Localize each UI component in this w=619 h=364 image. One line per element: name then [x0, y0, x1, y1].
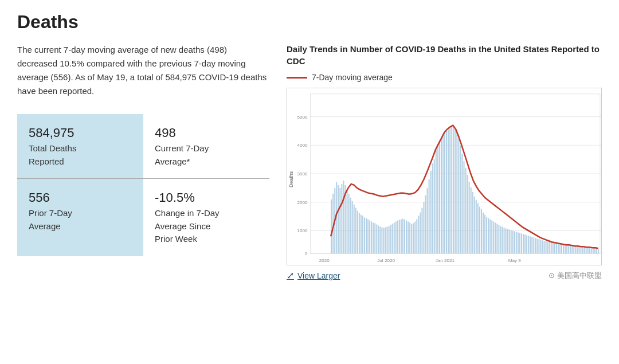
svg-rect-46: [378, 225, 379, 253]
svg-rect-88: [451, 127, 452, 254]
svg-rect-116: [500, 226, 501, 253]
svg-rect-101: [474, 197, 475, 253]
svg-rect-40: [367, 220, 369, 254]
svg-text:3000: 3000: [297, 171, 308, 177]
svg-rect-31: [352, 201, 353, 253]
svg-rect-151: [561, 244, 562, 253]
stat-cell-prior-avg: 556 Prior 7-DayAverage: [17, 179, 143, 256]
svg-rect-47: [379, 226, 381, 253]
svg-rect-113: [495, 222, 496, 253]
svg-rect-90: [455, 128, 456, 254]
svg-rect-170: [594, 248, 596, 253]
total-deaths-label: Total DeathsReported: [29, 143, 76, 166]
svg-rect-94: [461, 154, 463, 253]
svg-rect-25: [341, 184, 342, 253]
svg-rect-122: [511, 230, 512, 253]
svg-rect-56: [395, 221, 397, 253]
svg-rect-55: [394, 222, 395, 253]
svg-rect-62: [406, 221, 407, 254]
svg-rect-119: [506, 228, 507, 253]
svg-text:1000: 1000: [297, 228, 308, 233]
svg-rect-26: [343, 181, 344, 253]
svg-rect-82: [441, 138, 442, 253]
svg-rect-143: [547, 241, 549, 253]
svg-rect-160: [577, 246, 578, 253]
stat-cell-current-avg: 498 Current 7-DayAverage*: [143, 114, 269, 178]
svg-rect-100: [472, 192, 473, 253]
change-number: -10.5%: [155, 188, 258, 207]
svg-rect-98: [469, 182, 470, 253]
change-label: Change in 7-DayAverage SincePrior Week: [155, 208, 220, 244]
svg-rect-99: [471, 187, 472, 253]
svg-rect-45: [376, 224, 377, 253]
svg-rect-19: [331, 199, 332, 253]
svg-rect-110: [489, 220, 491, 254]
svg-rect-23: [338, 185, 339, 253]
svg-rect-44: [374, 223, 375, 253]
svg-rect-70: [420, 213, 421, 254]
svg-rect-127: [519, 233, 520, 253]
svg-rect-165: [586, 248, 587, 253]
svg-rect-117: [502, 226, 503, 253]
svg-rect-28: [347, 190, 348, 253]
view-larger-button[interactable]: ⤢ View Larger: [287, 270, 340, 281]
svg-rect-96: [465, 168, 467, 253]
svg-rect-92: [458, 138, 459, 253]
svg-rect-134: [531, 237, 532, 253]
svg-rect-32: [354, 205, 355, 253]
watermark-text: 美国高中联盟: [557, 271, 602, 281]
svg-rect-137: [536, 238, 538, 253]
svg-rect-163: [582, 247, 583, 253]
svg-rect-81: [439, 140, 440, 253]
svg-rect-159: [575, 246, 576, 253]
svg-rect-144: [549, 242, 550, 253]
svg-rect-68: [416, 220, 417, 254]
svg-rect-41: [369, 221, 370, 254]
svg-rect-164: [584, 247, 585, 253]
svg-rect-84: [444, 132, 445, 253]
svg-rect-130: [524, 234, 526, 253]
expand-icon: ⤢: [287, 270, 294, 281]
svg-rect-59: [401, 220, 402, 254]
svg-rect-109: [488, 218, 489, 254]
svg-text:2020: 2020: [319, 258, 330, 263]
svg-rect-89: [453, 126, 454, 254]
svg-rect-172: [598, 249, 599, 253]
svg-rect-52: [389, 226, 390, 253]
svg-rect-66: [413, 223, 414, 253]
svg-rect-37: [362, 216, 363, 254]
svg-rect-48: [381, 227, 382, 253]
chart-title: Daily Trends in Number of COVID-19 Death…: [287, 43, 602, 67]
svg-rect-42: [371, 221, 372, 253]
svg-rect-148: [556, 243, 557, 253]
svg-rect-167: [589, 248, 590, 253]
svg-rect-171: [596, 249, 597, 253]
prior-avg-label: Prior 7-DayAverage: [29, 208, 72, 231]
svg-rect-139: [540, 240, 541, 253]
svg-rect-112: [493, 221, 494, 253]
svg-rect-162: [580, 246, 581, 253]
view-larger-label: View Larger: [297, 271, 340, 280]
svg-rect-97: [467, 175, 468, 253]
svg-text:0: 0: [305, 251, 308, 256]
svg-rect-95: [463, 161, 464, 253]
svg-rect-131: [526, 235, 527, 253]
svg-rect-77: [432, 163, 433, 253]
stats-grid: 584,975 Total DeathsReported 498 Current…: [17, 114, 269, 256]
svg-rect-74: [427, 188, 428, 253]
svg-rect-30: [350, 198, 351, 253]
svg-rect-49: [383, 228, 384, 253]
svg-rect-69: [418, 216, 419, 254]
svg-rect-61: [404, 220, 405, 254]
svg-rect-76: [430, 171, 432, 253]
svg-rect-57: [397, 221, 398, 254]
svg-rect-124: [514, 231, 515, 253]
svg-rect-123: [512, 230, 514, 253]
svg-rect-138: [538, 239, 539, 253]
legend-line-icon: [287, 77, 307, 79]
svg-rect-107: [484, 215, 485, 254]
svg-rect-153: [565, 245, 566, 253]
current-avg-label: Current 7-DayAverage*: [155, 143, 209, 166]
stat-cell-total-deaths: 584,975 Total DeathsReported: [17, 114, 143, 178]
svg-rect-79: [436, 150, 437, 253]
